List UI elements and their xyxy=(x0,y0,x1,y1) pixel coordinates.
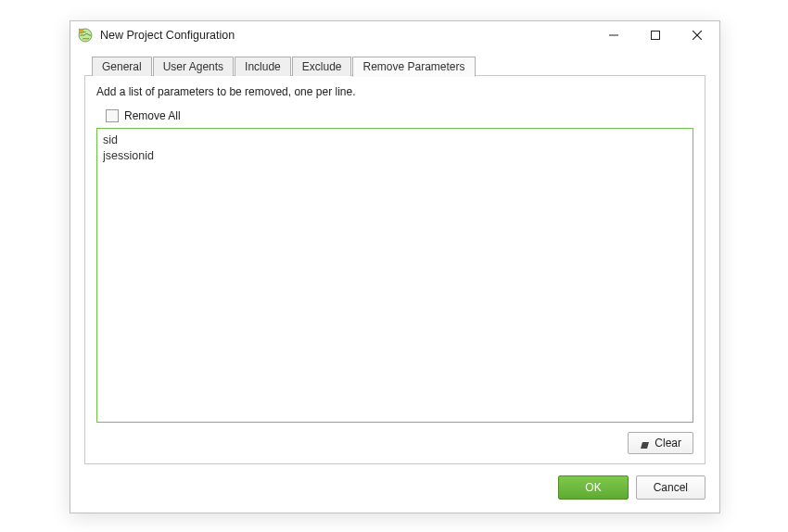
ok-button[interactable]: OK xyxy=(558,475,628,500)
tab-panel: Add a list of parameters to be removed, … xyxy=(84,75,705,464)
tab-remove-parameters[interactable]: Remove Parameters xyxy=(352,57,475,77)
parameters-textarea-wrap xyxy=(96,128,693,423)
parameters-textarea[interactable] xyxy=(103,133,687,418)
window-title: New Project Configuration xyxy=(100,29,592,42)
minimize-icon xyxy=(609,31,618,40)
minimize-button[interactable] xyxy=(592,21,634,49)
maximize-button[interactable] xyxy=(634,21,676,49)
dialog-window: New Project Configuration General User A… xyxy=(70,20,720,513)
dialog-footer: OK Cancel xyxy=(84,475,705,500)
close-button[interactable] xyxy=(676,21,718,49)
tab-include[interactable]: Include xyxy=(235,57,291,76)
tab-bar: General User Agents Include Exclude Remo… xyxy=(92,57,705,76)
svg-rect-5 xyxy=(651,32,659,40)
cancel-button[interactable]: Cancel xyxy=(636,475,705,500)
content-area: General User Agents Include Exclude Remo… xyxy=(70,49,719,513)
close-icon xyxy=(693,31,702,40)
remove-all-label: Remove All xyxy=(124,109,181,122)
tab-general[interactable]: General xyxy=(92,57,152,76)
tab-user-agents[interactable]: User Agents xyxy=(153,57,234,76)
window-controls xyxy=(592,21,718,49)
clear-row: Clear xyxy=(96,432,693,454)
panel-description: Add a list of parameters to be removed, … xyxy=(96,85,693,98)
remove-all-checkbox[interactable] xyxy=(106,109,119,122)
app-icon xyxy=(78,28,93,43)
eraser-icon xyxy=(640,439,650,448)
tab-exclude[interactable]: Exclude xyxy=(292,57,352,76)
remove-all-checkbox-row[interactable]: Remove All xyxy=(106,109,693,122)
titlebar: New Project Configuration xyxy=(70,21,719,49)
clear-button-label: Clear xyxy=(655,437,681,450)
clear-button[interactable]: Clear xyxy=(628,432,693,454)
maximize-icon xyxy=(651,31,660,40)
